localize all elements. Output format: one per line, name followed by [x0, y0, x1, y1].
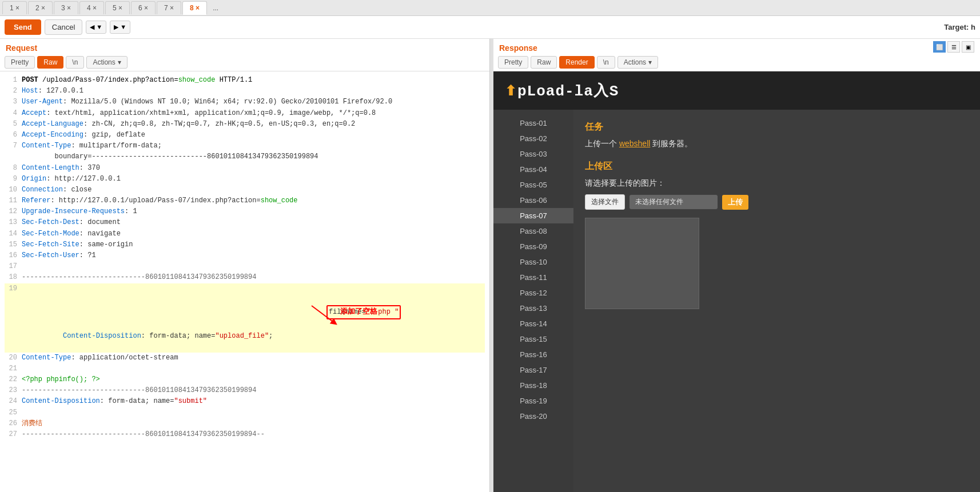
code-line-9: 9 Origin: http://127.0.0.1	[5, 174, 485, 185]
tab-8[interactable]: 8 ×	[182, 1, 207, 15]
upload-submit-button[interactable]: 上传	[722, 195, 748, 210]
site-logo: ⬆pLoad-la入S	[505, 81, 619, 101]
pass-item-02[interactable]: Pass-02	[493, 131, 573, 146]
nav-prev-button[interactable]: ◀ ▼	[86, 21, 106, 34]
view-single-button[interactable]: ☰	[947, 41, 960, 53]
request-tabs: Pretty Raw \n Actions ▾	[0, 55, 489, 71]
rendered-content: ⬆pLoad-la入S Pass-01 Pass-02 Pass-03 Pass…	[493, 71, 980, 492]
send-button[interactable]: Send	[5, 19, 41, 35]
pass-item-04[interactable]: Pass-04	[493, 162, 573, 177]
response-tab-actions[interactable]: Actions ▾	[618, 56, 658, 69]
toolbar: Send Cancel ◀ ▼ ▶ ▼ Target: h	[0, 16, 980, 39]
tab-7[interactable]: 7 ×	[157, 1, 181, 14]
logo-arrow-icon: ⬆	[505, 83, 517, 98]
tab-5[interactable]: 5 ×	[105, 1, 130, 14]
code-line-22: 22 <?php phpinfo(); ?>	[5, 374, 485, 385]
upload-desc: 请选择要上传的图片：	[585, 178, 969, 189]
pass-item-19[interactable]: Pass-19	[493, 393, 573, 409]
code-line-11: 11 Referer: http://127.0.0.1/upload/Pass…	[5, 195, 485, 206]
tab-raw[interactable]: Raw	[37, 56, 63, 69]
upload-zone-title: 上传区	[585, 161, 969, 173]
tab-6[interactable]: 6 ×	[131, 1, 156, 14]
tab-more[interactable]: ...	[208, 2, 223, 14]
pass-item-16[interactable]: Pass-16	[493, 347, 573, 362]
response-title: Response	[493, 39, 543, 55]
request-panel: Request Pretty Raw \n Actions ▾ 1 POST /…	[0, 39, 490, 492]
upload-site: ⬆pLoad-la入S Pass-01 Pass-02 Pass-03 Pass…	[493, 71, 980, 492]
response-tab-newline[interactable]: \n	[597, 56, 615, 69]
code-line-21: 21	[5, 363, 485, 374]
webshell-highlight: webshell	[619, 139, 650, 148]
tab-actions[interactable]: Actions ▾	[86, 56, 127, 69]
code-line-2: 2 Host: 127.0.0.1	[5, 86, 485, 97]
view-grid-button[interactable]: ▣	[962, 41, 974, 53]
code-line-10: 10 Connection: close	[5, 185, 485, 195]
code-line-5: 5 Accept-Language: zh-CN, zh;q=0.8, zh-T…	[5, 119, 485, 130]
response-tabs: Pretty Raw Render \n Actions ▾	[493, 55, 980, 71]
tab-bar: 1 × 2 × 3 × 4 × 5 × 6 × 7 × 8 × ...	[0, 0, 980, 16]
annotation-label: 添加了空格	[312, 306, 490, 318]
pass-item-17[interactable]: Pass-17	[493, 362, 573, 378]
code-line-4: 4 Accept: text/html, application/xhtml+x…	[5, 108, 485, 119]
request-title: Request	[0, 39, 489, 55]
code-line-24: 24 Content-Disposition: form-data; name=…	[5, 396, 485, 407]
svg-line-0	[312, 306, 334, 323]
no-file-label: 未选择任何文件	[630, 195, 718, 209]
pass-item-05[interactable]: Pass-05	[493, 177, 573, 193]
site-body: Pass-01 Pass-02 Pass-03 Pass-04 Pass-05 …	[493, 110, 980, 492]
code-line-13: 13 Sec-Fetch-Dest: document	[5, 217, 485, 228]
code-line-26: 26 消费结	[5, 418, 485, 429]
pass-item-13[interactable]: Pass-13	[493, 301, 573, 316]
tab-3[interactable]: 3 ×	[54, 1, 78, 14]
pass-item-09[interactable]: Pass-09	[493, 239, 573, 254]
code-line-27: 27 ------------------------------8601011…	[5, 429, 485, 440]
code-line-3: 3 User-Agent: Mozilla/5.0 (Windows NT 10…	[5, 97, 485, 107]
code-line-25: 25	[5, 407, 485, 418]
code-line-20: 20 Content-Type: application/octet-strea…	[5, 353, 485, 363]
tab-pretty[interactable]: Pretty	[5, 56, 35, 69]
pass-item-10[interactable]: Pass-10	[493, 254, 573, 270]
image-preview	[585, 218, 699, 309]
pass-item-03[interactable]: Pass-03	[493, 146, 573, 162]
code-line-18: 18 ------------------------------8601011…	[5, 272, 485, 283]
task-desc: 上传一个 webshell 到服务器。	[585, 139, 969, 149]
upload-controls: 选择文件 未选择任何文件 上传	[585, 194, 969, 210]
code-line-17: 17	[5, 261, 485, 272]
code-line-12: 12 Upgrade-Insecure-Requests: 1	[5, 206, 485, 217]
code-line-7: 7 Content-Type: multipart/form-data; bou…	[5, 141, 485, 162]
code-line-16: 16 Sec-Fetch-User: ?1	[5, 250, 485, 261]
site-header: ⬆pLoad-la入S	[493, 71, 980, 110]
arrow-icon	[300, 303, 346, 331]
tab-newline[interactable]: \n	[66, 56, 84, 69]
pass-item-15[interactable]: Pass-15	[493, 331, 573, 347]
tab-2[interactable]: 2 ×	[28, 1, 53, 14]
response-tab-raw[interactable]: Raw	[531, 56, 557, 69]
cancel-button[interactable]: Cancel	[45, 19, 82, 35]
request-code-area[interactable]: 1 POST /upload/Pass-07/index.php?action=…	[0, 71, 489, 492]
code-line-6: 6 Accept-Encoding: gzip, deflate	[5, 130, 485, 141]
tab-1[interactable]: 1 ×	[2, 1, 27, 14]
pass-item-18[interactable]: Pass-18	[493, 378, 573, 393]
pass-item-06[interactable]: Pass-06	[493, 193, 573, 208]
choose-file-button[interactable]: 选择文件	[585, 194, 625, 210]
pass-item-07[interactable]: Pass-07	[493, 208, 573, 223]
target-label: Target: h	[944, 23, 975, 31]
pass-item-08[interactable]: Pass-08	[493, 223, 573, 239]
pass-item-11[interactable]: Pass-11	[493, 270, 573, 285]
pass-item-14[interactable]: Pass-14	[493, 316, 573, 331]
site-sidebar: Pass-01 Pass-02 Pass-03 Pass-04 Pass-05 …	[493, 110, 573, 492]
code-line-23: 23 ------------------------------8601011…	[5, 385, 485, 396]
pass-item-01[interactable]: Pass-01	[493, 115, 573, 131]
code-line-15: 15 Sec-Fetch-Site: same-origin	[5, 239, 485, 250]
tab-4[interactable]: 4 ×	[79, 1, 104, 14]
view-split-button[interactable]: ⬜	[933, 41, 946, 53]
code-line-14: 14 Sec-Fetch-Mode: navigate	[5, 229, 485, 239]
response-tab-pretty[interactable]: Pretty	[498, 56, 528, 69]
response-tab-render[interactable]: Render	[559, 56, 594, 69]
pass-item-20[interactable]: Pass-20	[493, 409, 573, 424]
pass-item-12[interactable]: Pass-12	[493, 285, 573, 301]
chevron-down-icon: ▾	[648, 58, 652, 66]
nav-next-button[interactable]: ▶ ▼	[110, 21, 130, 34]
task-title: 任务	[585, 121, 969, 133]
site-main-content: 任务 上传一个 webshell 到服务器。 上传区 请选择要上传的图片： 选择…	[573, 110, 980, 492]
